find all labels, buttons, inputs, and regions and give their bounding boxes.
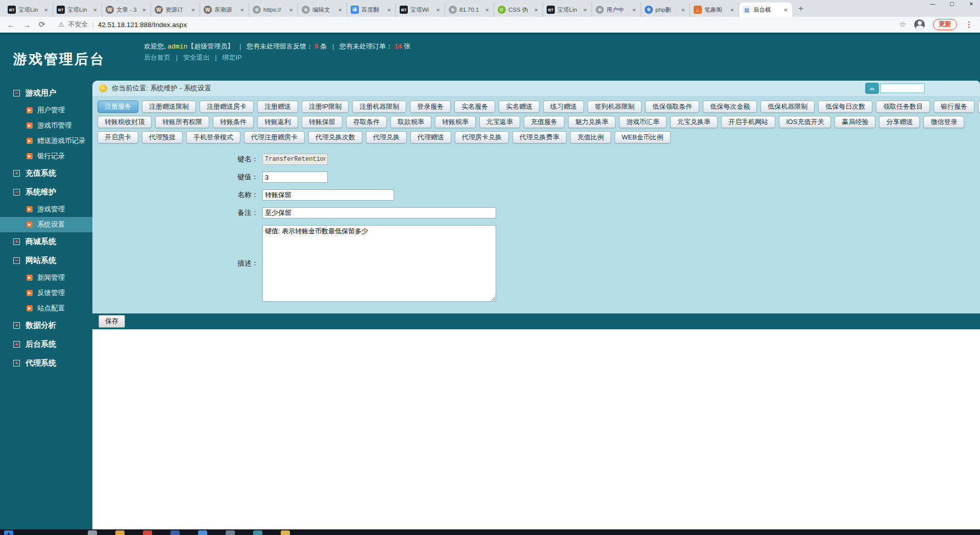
browser-tab[interactable]: BT宝塔Lin× xyxy=(4,3,53,17)
expand-icon[interactable]: + xyxy=(13,341,20,348)
browser-tab[interactable]: ⊕81.70.1× xyxy=(445,3,494,17)
quick-search-input[interactable] xyxy=(880,83,925,93)
minimize-icon[interactable]: — xyxy=(929,1,936,7)
service-tab-button[interactable]: 低保领取条件 xyxy=(645,101,699,113)
service-tab-button[interactable]: 充值比例 xyxy=(570,131,611,143)
service-tab-button[interactable]: 赢局经验 xyxy=(835,116,875,128)
service-tab-button[interactable]: 转账所有权限 xyxy=(155,116,209,128)
back-icon[interactable]: ← xyxy=(7,20,15,29)
tab-close-icon[interactable]: × xyxy=(337,6,343,14)
service-tab-button[interactable]: 魅力兑换率 xyxy=(568,116,616,128)
sidebar-item[interactable]: ▶游戏管理 xyxy=(0,202,92,217)
tab-close-icon[interactable]: × xyxy=(533,6,539,14)
browser-tab[interactable]: ▤后台棋× xyxy=(739,3,792,17)
omnibox[interactable]: ⚠ 不安全 | 42.51.18.121:888/Index.aspx xyxy=(59,20,187,29)
expand-icon[interactable]: + xyxy=(13,238,20,245)
browser-tab[interactable]: ⊕用户中× xyxy=(592,3,641,17)
service-tab-button[interactable]: 注册赠送限制 xyxy=(142,101,196,113)
start-icon[interactable] xyxy=(4,530,13,535)
description-textarea[interactable] xyxy=(262,225,496,302)
tab-close-icon[interactable]: × xyxy=(239,6,245,14)
profile-avatar[interactable] xyxy=(914,19,925,30)
app-blue-icon[interactable] xyxy=(198,530,207,535)
app-grey-icon[interactable] xyxy=(88,530,97,535)
service-tab-button[interactable]: 注册服务 xyxy=(97,101,138,113)
service-tab-button[interactable]: 代理注册赠房卡 xyxy=(244,131,305,143)
service-tab-button[interactable]: 银行服务 xyxy=(934,101,974,113)
service-tab-button[interactable]: 代理兑换次数 xyxy=(308,131,362,143)
service-tab-button[interactable]: 低保机器限制 xyxy=(761,101,815,113)
sidebar-section[interactable]: +数据分析 xyxy=(0,316,92,335)
sidebar-item[interactable]: ▶反馈管理 xyxy=(0,285,92,301)
service-tab-button[interactable]: 注册赠送房卡 xyxy=(200,101,254,113)
field-input[interactable] xyxy=(262,189,394,201)
tab-close-icon[interactable]: × xyxy=(43,6,49,14)
service-tab-button[interactable]: 游戏币汇率 xyxy=(619,116,667,128)
tab-close-icon[interactable]: × xyxy=(288,6,294,14)
sidebar-section[interactable]: +后台系统 xyxy=(0,335,92,354)
service-tab-button[interactable]: 注册赠送 xyxy=(257,101,298,113)
service-tab-button[interactable]: 存取条件 xyxy=(346,116,387,128)
browser-tab[interactable]: BT宝塔Lin× xyxy=(53,3,102,17)
service-tab-button[interactable]: 实名服务 xyxy=(454,101,495,113)
update-button[interactable]: 更新 xyxy=(933,19,957,30)
service-tab-button[interactable]: 转账条件 xyxy=(213,116,254,128)
service-tab-button[interactable]: 充值服务 xyxy=(524,116,565,128)
browser-tab[interactable]: BT宝塔Lin× xyxy=(543,3,592,17)
service-tab-button[interactable]: 转账保留 xyxy=(302,116,342,128)
save-button[interactable]: 保存 xyxy=(99,315,125,328)
tab-close-icon[interactable]: × xyxy=(582,6,588,14)
app-gold-icon[interactable] xyxy=(115,530,125,535)
close-window-icon[interactable]: ✕ xyxy=(968,1,975,7)
tab-close-icon[interactable]: × xyxy=(386,6,392,14)
sidebar-item[interactable]: ▶新闻管理 xyxy=(0,270,92,285)
browser-tab[interactable]: ⊕https://× xyxy=(249,3,298,17)
field-input[interactable] xyxy=(262,172,328,183)
tab-close-icon[interactable]: × xyxy=(435,6,441,14)
service-tab-button[interactable]: 注册机器限制 xyxy=(352,101,406,113)
browser-tab[interactable]: W亲测源× xyxy=(200,3,249,17)
service-tab-button[interactable]: 转账税率 xyxy=(435,116,476,128)
expand-icon[interactable]: + xyxy=(13,360,20,367)
service-tab-button[interactable]: 代理兑换 xyxy=(366,131,407,143)
sidebar-item[interactable]: ▶系统设置 xyxy=(0,217,92,232)
link-home[interactable]: 后台首页 xyxy=(144,54,170,61)
service-tab-button[interactable]: 转账服务 xyxy=(978,101,980,113)
service-tab-button[interactable]: 低保每次金额 xyxy=(703,101,757,113)
tab-close-icon[interactable]: × xyxy=(729,6,735,14)
service-tab-button[interactable]: 代理预提 xyxy=(142,131,183,143)
sidebar-item[interactable]: ▶银行记录 xyxy=(0,149,92,164)
service-tab-button[interactable]: 元宝返率 xyxy=(479,116,520,128)
forward-icon[interactable]: → xyxy=(23,20,31,29)
tab-close-icon[interactable]: × xyxy=(484,6,490,14)
reload-icon[interactable]: ⟳ xyxy=(39,20,45,29)
service-tab-button[interactable]: IOS充值开关 xyxy=(779,116,831,128)
app-navy-icon[interactable] xyxy=(170,530,180,535)
browser-tab[interactable]: W文章 - 3× xyxy=(102,3,151,17)
app-steel-icon[interactable] xyxy=(226,530,235,535)
service-tab-button[interactable]: 领取任务数目 xyxy=(876,101,930,113)
service-tab-button[interactable]: 注册IP限制 xyxy=(302,101,349,113)
service-tab-button[interactable]: 转账返利 xyxy=(257,116,298,128)
link-bindip[interactable]: 绑定IP xyxy=(222,54,241,61)
sidebar-section[interactable]: −系统维护 xyxy=(0,183,92,202)
service-tab-button[interactable]: 开启房卡 xyxy=(97,131,138,143)
service-tab-button[interactable]: 签到机器限制 xyxy=(587,101,642,113)
browser-tab[interactable]: ⌂笔趣阁× xyxy=(690,3,739,17)
link-logout[interactable]: 安全退出 xyxy=(183,54,210,61)
tab-close-icon[interactable]: × xyxy=(782,6,789,14)
app-gold2-icon[interactable] xyxy=(281,530,290,535)
browser-tab[interactable]: ※php删× xyxy=(641,3,690,17)
service-tab-button[interactable]: WEB金币比例 xyxy=(615,131,671,143)
browser-tab[interactable]: BT宝塔Wi× xyxy=(396,3,445,17)
sidebar-item[interactable]: ▶站点配置 xyxy=(0,301,92,316)
bookmark-star-icon[interactable]: ☆ xyxy=(899,20,906,29)
sidebar-section[interactable]: +商城系统 xyxy=(0,232,92,251)
tab-close-icon[interactable]: × xyxy=(680,6,686,14)
service-tab-button[interactable]: 低保每日次数 xyxy=(818,101,872,113)
tab-close-icon[interactable]: × xyxy=(631,6,637,14)
collapse-icon[interactable]: − xyxy=(13,189,20,196)
maximize-icon[interactable]: ▢ xyxy=(948,1,955,7)
tab-close-icon[interactable]: × xyxy=(190,6,196,14)
service-tab-button[interactable]: 开启手机网站 xyxy=(721,116,775,128)
